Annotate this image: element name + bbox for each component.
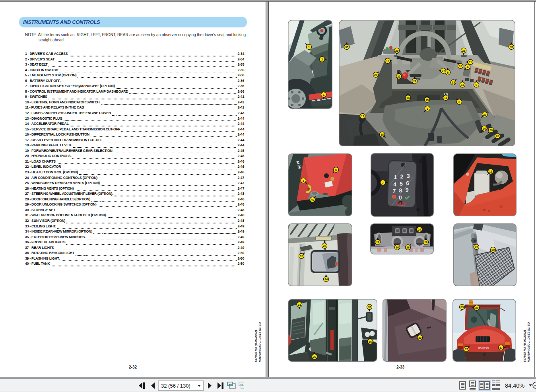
svg-text:22: 22	[323, 244, 326, 248]
svg-text:26: 26	[376, 241, 379, 244]
svg-text:6: 6	[406, 180, 410, 186]
svg-text:8: 8	[447, 71, 449, 74]
svg-text:2: 2	[400, 173, 404, 180]
svg-text:25: 25	[462, 49, 465, 52]
svg-text:14: 14	[444, 96, 447, 100]
svg-text:11: 11	[469, 60, 472, 64]
svg-text:5: 5	[400, 180, 403, 187]
svg-text:19: 19	[386, 59, 389, 63]
svg-text:36: 36	[369, 340, 372, 343]
svg-text:3: 3	[427, 107, 429, 111]
svg-text:35: 35	[510, 45, 513, 49]
svg-text:33: 33	[418, 336, 421, 340]
svg-text:Easy: Easy	[396, 200, 406, 206]
svg-text:26: 26	[424, 241, 427, 244]
svg-text:18: 18	[381, 133, 384, 136]
svg-text:11: 11	[461, 83, 464, 87]
svg-text:5: 5	[303, 179, 305, 182]
svg-text:16: 16	[406, 96, 410, 100]
svg-text:12: 12	[489, 170, 492, 173]
svg-text:28: 28	[374, 73, 377, 77]
svg-text:21: 21	[397, 75, 400, 78]
svg-text:7: 7	[392, 188, 396, 194]
svg-text:10: 10	[459, 64, 462, 68]
svg-text:17: 17	[361, 114, 364, 118]
svg-text:1: 1	[323, 93, 325, 97]
svg-text:20: 20	[489, 128, 493, 132]
svg-text:6: 6	[335, 168, 337, 172]
svg-text:35: 35	[368, 305, 371, 309]
svg-text:7: 7	[382, 181, 384, 184]
svg-text:23: 23	[452, 81, 455, 84]
svg-text:84.40%: 84.40%	[505, 382, 524, 389]
svg-text:37: 37	[499, 346, 503, 349]
svg-text:26: 26	[406, 246, 410, 249]
svg-text:27: 27	[442, 69, 445, 73]
svg-text:0: 0	[399, 194, 402, 201]
svg-text:15: 15	[425, 98, 429, 102]
svg-text:40: 40	[311, 198, 314, 202]
svg-text:38: 38	[475, 306, 478, 310]
svg-text:9: 9	[476, 83, 478, 87]
svg-text:20: 20	[496, 134, 499, 138]
svg-text:2: 2	[458, 100, 460, 104]
svg-text:25: 25	[395, 49, 398, 52]
svg-text:32 (56 / 130): 32 (56 / 130)	[161, 383, 190, 389]
svg-text:1: 1	[308, 45, 310, 49]
svg-text:29: 29	[475, 245, 478, 249]
svg-text:37: 37	[465, 347, 468, 351]
svg-text:36: 36	[313, 355, 316, 359]
svg-text:26: 26	[396, 246, 399, 249]
svg-text:1: 1	[394, 174, 397, 180]
svg-text:30: 30	[491, 248, 495, 252]
svg-text:31: 31	[298, 303, 301, 307]
svg-text:26: 26	[413, 80, 416, 83]
svg-text:34: 34	[324, 278, 328, 281]
svg-text:4: 4	[393, 181, 397, 187]
svg-text:8: 8	[399, 187, 402, 194]
svg-text:32: 32	[300, 254, 303, 258]
svg-text:35: 35	[345, 45, 348, 49]
svg-text:39: 39	[460, 305, 464, 309]
svg-text:20: 20	[483, 127, 486, 130]
svg-text:9: 9	[405, 186, 409, 193]
svg-text:24: 24	[418, 228, 421, 231]
svg-text:1: 1	[321, 58, 323, 61]
svg-text:20: 20	[483, 113, 486, 116]
svg-text:4: 4	[467, 65, 469, 69]
svg-text:MANITOU: MANITOU	[478, 347, 489, 349]
svg-text:3: 3	[407, 173, 410, 179]
